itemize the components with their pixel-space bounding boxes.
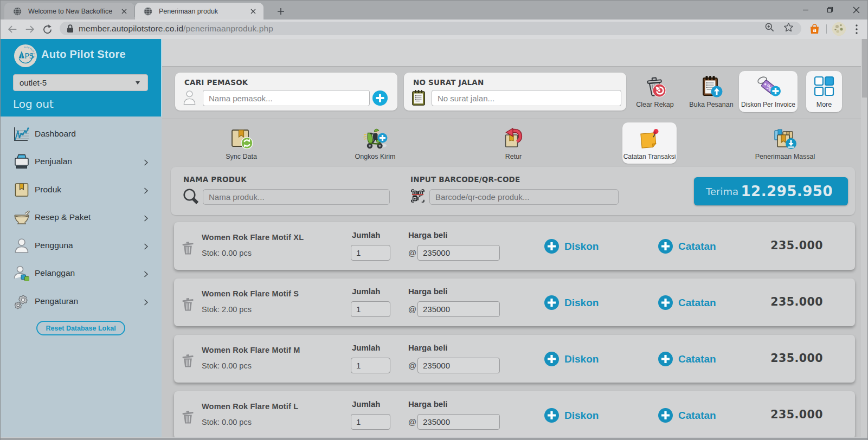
mortar-pestle-icon (13, 209, 30, 226)
jumlah-input[interactable] (351, 245, 390, 261)
extension-icon[interactable]: a (809, 23, 820, 35)
diskon-per-invoice-label: Diskon Per Invoice (741, 101, 795, 108)
diskon-label: Diskon (564, 353, 599, 365)
clipboard-icon (412, 89, 426, 106)
delete-row-trash-icon[interactable] (182, 241, 194, 255)
clear-rekap-button[interactable]: Clear Rekap (631, 71, 679, 112)
buka-pesanan-label: Buka Pesanan (689, 101, 733, 108)
window-minimize-button[interactable] (794, 1, 818, 19)
chevron-right-icon (143, 214, 149, 221)
buka-pesanan-button[interactable]: Buka Pesanan (687, 71, 736, 112)
chevron-right-icon (143, 298, 149, 305)
sidebar-item-label: Pengaturan (35, 296, 78, 306)
harga-input[interactable] (417, 358, 500, 373)
product-name: Women Rok Flare Motif M (202, 346, 300, 354)
supplier-search-input[interactable] (203, 90, 370, 106)
outlet-select[interactable]: outlet-5 (13, 74, 148, 91)
catatan-transaksi-button[interactable]: Catatan Transaksi (622, 122, 677, 164)
harga-input[interactable] (417, 245, 500, 261)
sidebar-item-pelanggan[interactable]: Pelanggan (0, 259, 162, 287)
page-scrollbar-thumb[interactable] (862, 39, 867, 98)
delete-row-trash-icon[interactable] (182, 353, 194, 367)
forward-button-icon[interactable] (23, 22, 37, 36)
diskon-button[interactable]: Diskon (544, 295, 599, 310)
back-button-icon[interactable] (5, 22, 20, 36)
diskon-button[interactable]: Diskon (544, 408, 599, 423)
diskon-button[interactable]: Diskon (544, 352, 599, 366)
surat-jalan-input[interactable] (432, 90, 621, 106)
toolbar-divider (826, 24, 827, 34)
harga-input[interactable] (417, 414, 500, 430)
address-bar[interactable]: member.autopilotstore.co.id/penerimaanpr… (60, 22, 801, 35)
sidebar-item-pengguna[interactable]: Pengguna (0, 231, 162, 260)
diskon-per-invoice-button[interactable]: % Diskon Per Invoice (739, 71, 798, 112)
sidebar-item-label: Produk (35, 185, 61, 195)
logout-link[interactable]: Log out (13, 98, 54, 111)
window-close-button[interactable] (844, 1, 868, 19)
delete-row-trash-icon[interactable] (182, 297, 194, 311)
user-icon (13, 237, 30, 254)
jumlah-label: Jumlah (352, 230, 381, 240)
catatan-button[interactable]: Catatan (658, 352, 716, 366)
tab-title: Welcome to New Backoffice (28, 8, 119, 15)
terima-total: 12.295.950 (741, 183, 833, 199)
harga-beli-label: Harga beli (408, 287, 448, 296)
discount-tag-icon: % (756, 75, 781, 99)
penerimaan-massal-button[interactable]: Penerimaan Massal (744, 122, 826, 164)
browser-tab-active[interactable]: Penerimaan produk (135, 3, 263, 20)
new-tab-button[interactable] (274, 4, 288, 18)
catatan-label: Catatan (678, 241, 716, 253)
barcode-label: INPUT BARCODE/QR-CODE (410, 175, 520, 184)
ongkos-kirim-button[interactable]: Ongkos Kirim (335, 122, 416, 164)
return-box-icon (501, 127, 526, 150)
lock-icon[interactable] (67, 24, 74, 33)
sidebar-item-penjualan[interactable]: Penjualan (0, 147, 162, 176)
jumlah-input[interactable] (351, 414, 390, 430)
cari-pemasok-label: CARI PEMASOK (184, 78, 248, 87)
product-row: Women Rok Flare Motif S Stok: 2.00 pcs J… (174, 279, 855, 326)
at-sign: @ (408, 361, 416, 370)
catatan-label: Catatan (678, 410, 716, 422)
sidebar-item-pengaturan[interactable]: Pengaturan (0, 287, 162, 315)
product-row: Women Rok Flare Motif M Stok: 0.00 pcs J… (174, 335, 855, 383)
reset-database-button[interactable]: Reset Database Lokal (36, 321, 125, 335)
zoom-icon[interactable] (764, 22, 775, 35)
diskon-button[interactable]: Diskon (544, 239, 599, 254)
browser-tab-welcome[interactable]: Welcome to New Backoffice (4, 3, 134, 20)
catatan-button[interactable]: Catatan (658, 239, 716, 254)
qr-code-icon (411, 189, 426, 204)
catatan-button[interactable]: Catatan (658, 408, 716, 423)
barcode-input[interactable] (429, 189, 619, 205)
more-label: More (816, 101, 832, 108)
add-supplier-button[interactable] (372, 90, 388, 106)
sidebar-item-label: Resep & Paket (35, 212, 91, 222)
profile-avatar[interactable] (832, 22, 846, 36)
jumlah-input[interactable] (351, 358, 390, 373)
product-row: Women Rok Flare Motif XL Stok: 0.00 pcs … (174, 222, 855, 270)
sync-data-label: Sync Data (226, 153, 257, 160)
cari-pemasok-panel: CARI PEMASOK (175, 73, 397, 111)
browser-menu-icon[interactable] (852, 23, 861, 36)
product-box-icon (13, 181, 30, 198)
terima-button[interactable]: Terima 12.295.950 (694, 177, 848, 205)
window-maximize-button[interactable] (818, 1, 842, 19)
sync-data-button[interactable]: Sync Data (201, 122, 282, 164)
sidebar-item-resep-paket[interactable]: Resep & Paket (0, 203, 162, 231)
catatan-button[interactable]: Catatan (658, 295, 716, 310)
at-sign: @ (408, 305, 416, 314)
tab-close-icon[interactable] (248, 7, 258, 16)
product-name-input[interactable] (203, 189, 390, 205)
penerimaan-massal-label: Penerimaan Massal (755, 153, 815, 160)
product-name: Women Rok Flare Motif L (202, 402, 298, 411)
sidebar-item-dashboard[interactable]: Dashboard (0, 120, 162, 148)
harga-input[interactable] (417, 301, 500, 317)
retur-button[interactable]: Retur (473, 122, 554, 164)
bookmark-star-icon[interactable] (783, 22, 794, 35)
more-button[interactable]: More (806, 71, 842, 112)
tab-close-icon[interactable] (119, 7, 129, 16)
reload-button-icon[interactable] (40, 22, 54, 36)
jumlah-input[interactable] (351, 301, 390, 317)
sidebar-item-produk[interactable]: Produk (0, 176, 162, 204)
delete-row-trash-icon[interactable] (182, 410, 194, 424)
url-text[interactable]: member.autopilotstore.co.id/penerimaanpr… (79, 24, 273, 34)
